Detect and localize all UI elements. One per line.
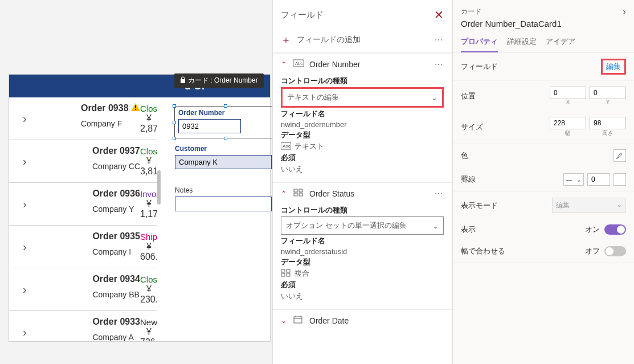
prop-label: 罫線 [461, 174, 476, 185]
field-header[interactable]: ⌃ Order Status ⋯ [273, 183, 452, 204]
control-type-dropdown[interactable]: テキストの編集 ⌄ [281, 87, 444, 108]
order-status: Shipped [140, 232, 152, 242]
order-title: Order 0937 [92, 146, 140, 156]
optionset-type-icon [293, 189, 304, 198]
more-icon[interactable]: ⋯ [435, 35, 444, 44]
prop-display-mode: 表示モード 編集 ⌄ [453, 192, 634, 219]
resize-handle[interactable] [224, 104, 227, 108]
order-row[interactable]: Order 0933 New›Company A¥ 736.00 [9, 311, 157, 341]
chevron-up-icon[interactable]: ⌃ [281, 60, 288, 68]
order-row[interactable]: Order 0935 Shipped›Company I¥ 606.50 [9, 226, 157, 268]
resize-handle[interactable] [224, 137, 227, 140]
chevron-down-icon: ⌄ [616, 201, 622, 210]
order-number-datacard[interactable]: Order Number Order New [174, 106, 277, 138]
visible-toggle[interactable] [604, 224, 626, 235]
svg-rect-0 [135, 105, 136, 108]
tab-advanced[interactable]: 詳細設定 [507, 32, 537, 52]
border-width-input[interactable] [587, 173, 610, 186]
fit-state-label: オフ [585, 246, 600, 256]
field-name-label: フィールド名 [281, 109, 444, 119]
control-type-label: コントロールの種類 [281, 76, 444, 86]
position-x-input[interactable] [550, 87, 586, 99]
border-style-dropdown[interactable]: —⌄ [563, 173, 584, 186]
order-row[interactable]: Order 0936 Invoiced›Company Y¥ 1,170.00 [9, 183, 157, 226]
svg-text:Abc: Abc [283, 144, 291, 149]
notes-label: Notes [175, 186, 276, 194]
property-tabs: プロパティ 詳細設定 アイデア [453, 32, 634, 53]
order-row[interactable]: Order 0937 Closed›Company CC¥ 3,810.00 [9, 140, 157, 183]
resize-handle[interactable] [173, 104, 176, 108]
control-type-label: コントロールの種類 [281, 205, 444, 215]
add-field-label: フィールドの追加 [297, 35, 361, 45]
more-icon[interactable]: ⋯ [435, 189, 444, 198]
order-status: Closed [140, 146, 152, 156]
notes-datacard[interactable]: Notes [174, 185, 277, 215]
color-picker[interactable] [613, 149, 626, 162]
field-header[interactable]: ⌄ Order Date [273, 310, 452, 331]
order-status: Invoiced [140, 189, 152, 199]
tab-ideas[interactable]: アイデア [546, 32, 575, 52]
size-w-input[interactable] [550, 117, 586, 129]
prop-label: サイズ [461, 122, 483, 132]
order-company: Company A [92, 333, 140, 341]
svg-rect-7 [294, 193, 297, 196]
order-company: Company I [92, 247, 140, 256]
customer-input[interactable] [175, 155, 272, 169]
chevron-right-icon[interactable]: › [23, 155, 92, 168]
order-row[interactable]: Order 0934 Closed›Company BB¥ 230.00 [9, 268, 157, 311]
chevron-up-icon[interactable]: ⌃ [281, 190, 288, 198]
chevron-right-icon[interactable]: › [23, 240, 92, 253]
required-label: 必須 [281, 153, 444, 163]
detail-form: Order Number Order New Customer Notes [174, 106, 277, 215]
prop-label: フィールド [461, 62, 498, 72]
tooltip-text: カード : Order Number [188, 76, 258, 85]
scrollbar-thumb[interactable] [157, 170, 161, 205]
chevron-right-icon[interactable]: › [23, 112, 81, 125]
order-number-input[interactable] [178, 119, 241, 133]
data-type-value: 複合 [281, 268, 444, 279]
border-color-picker[interactable] [613, 173, 626, 186]
position-y-input[interactable] [590, 87, 626, 99]
properties-panel: カード › Order Number_DataCard1 プロパティ 詳細設定 … [452, 0, 634, 364]
field-header[interactable]: ⌃ Abc Order Number ⋯ [273, 54, 452, 75]
more-icon[interactable]: ⋯ [435, 60, 444, 69]
prop-label: 位置 [461, 91, 476, 101]
display-mode-dropdown[interactable]: 編集 ⌄ [552, 198, 626, 213]
add-field-row[interactable]: ＋ フィールドの追加 ⋯ [273, 27, 452, 53]
prop-field: フィールド 編集 [453, 53, 634, 81]
order-title: Order 0938 [81, 103, 140, 113]
customer-datacard[interactable]: Customer [174, 143, 277, 173]
size-h-input[interactable] [590, 117, 626, 129]
resize-handle[interactable] [173, 137, 176, 140]
field-name: Order Number [309, 60, 360, 69]
field-name-value: nwind_orderstatusid [281, 247, 444, 256]
field-edit-link[interactable]: 編集 [601, 59, 626, 75]
order-title: Order 0935 [92, 231, 140, 242]
control-type-value: テキストの編集 [287, 92, 339, 103]
chevron-right-icon[interactable]: › [23, 198, 92, 211]
close-icon[interactable]: ✕ [434, 8, 444, 22]
prop-label: 色 [461, 150, 468, 161]
chevron-right-icon[interactable]: › [23, 283, 92, 296]
prop-visible: 表示 オン [453, 219, 634, 240]
field-name-value: nwind_ordernumber [281, 120, 444, 129]
chevron-right-icon[interactable]: › [623, 6, 626, 18]
required-value: いいえ [281, 291, 444, 301]
chevron-right-icon[interactable]: › [23, 326, 92, 339]
control-type-dropdown[interactable]: オプション セットの単一選択の編集 ⌄ [281, 216, 444, 235]
notes-input[interactable] [175, 197, 272, 211]
order-row[interactable]: Order 0938 Closed›Company F¥ 2,870.00 [9, 97, 157, 140]
tab-properties[interactable]: プロパティ [461, 32, 498, 52]
x-axis-label: X [550, 99, 586, 105]
prop-fit: 幅で合わせる オフ [453, 240, 634, 263]
optionset-type-icon [281, 269, 291, 279]
field-name: Order Date [309, 316, 349, 325]
order-amount: ¥ 230.00 [140, 284, 152, 305]
resize-handle[interactable] [173, 121, 176, 124]
order-company: Company BB [92, 290, 140, 299]
svg-rect-14 [294, 317, 302, 323]
fit-toggle[interactable] [604, 246, 626, 256]
chevron-down-icon[interactable]: ⌄ [281, 317, 288, 325]
width-label: 幅 [550, 129, 586, 137]
svg-rect-9 [299, 193, 302, 196]
